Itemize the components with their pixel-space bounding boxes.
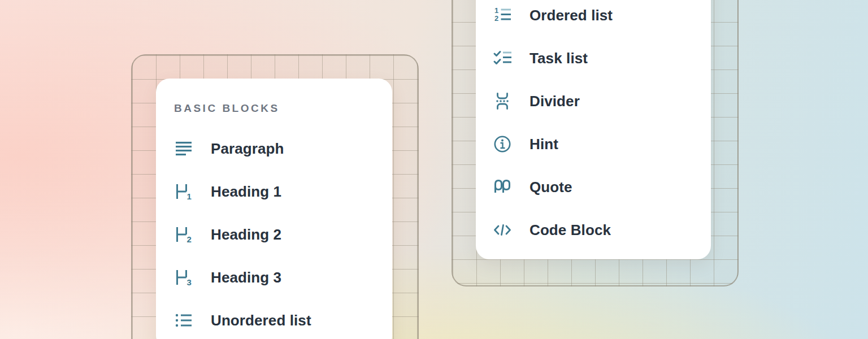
svg-text:3: 3 [187,277,192,287]
menu-item-label: Heading 3 [211,269,281,286]
menu-item-quote[interactable]: Quote [476,176,572,198]
menu-item-heading-3[interactable]: 3Heading 3 [156,266,281,289]
menu-item-label: Divider [530,93,580,110]
menu-item-label: Code Block [530,221,611,239]
svg-text:2: 2 [494,14,498,23]
menu-item-heading-1[interactable]: 1Heading 1 [156,180,281,203]
heading-3-icon: 3 [174,268,193,287]
menu-item-paragraph[interactable]: Paragraph [156,137,284,160]
menu-item-label: Ordered list [530,7,613,24]
menu-item-label: Heading 2 [211,226,281,244]
menu-item-unordered-list[interactable]: Unordered list [156,309,311,332]
heading-1-icon: 1 [174,182,193,201]
menu-item-divider[interactable]: Divider [476,90,580,112]
menu-item-label: Heading 1 [211,183,281,201]
divider-icon [493,92,512,111]
menu-item-label: Unordered list [211,312,311,329]
menu-item-label: Hint [530,136,558,153]
code-block-icon [493,220,512,240]
svg-text:1: 1 [494,6,498,15]
menu-section-header: BASIC BLOCKS [174,102,280,115]
heading-2-icon: 2 [174,225,193,244]
menu-item-task-list[interactable]: Task list [476,47,588,69]
paragraph-icon [174,139,193,158]
menu-item-hint[interactable]: Hint [476,133,558,155]
quote-icon [493,177,512,197]
ordered-list-icon: 12 [493,6,512,25]
menu-item-heading-2[interactable]: 2Heading 2 [156,223,281,246]
task-list-icon [493,49,512,68]
menu-item-ordered-list[interactable]: 12Ordered list [476,4,613,27]
menu-item-code-block[interactable]: Code Block [476,219,611,241]
svg-text:1: 1 [187,192,192,201]
menu-item-label: Task list [530,50,588,67]
hint-icon [493,134,512,154]
menu-item-label: Quote [530,179,572,196]
blocks-menu-card: 12Ordered listTask listDividerHintQuoteC… [476,0,711,259]
menu-item-label: Paragraph [211,140,284,158]
illustration-background: BASIC BLOCKS Paragraph1Heading 12Heading… [0,0,868,339]
unordered-list-icon [174,311,193,330]
svg-text:2: 2 [187,234,192,244]
basic-blocks-menu-card: BASIC BLOCKS Paragraph1Heading 12Heading… [156,79,392,339]
